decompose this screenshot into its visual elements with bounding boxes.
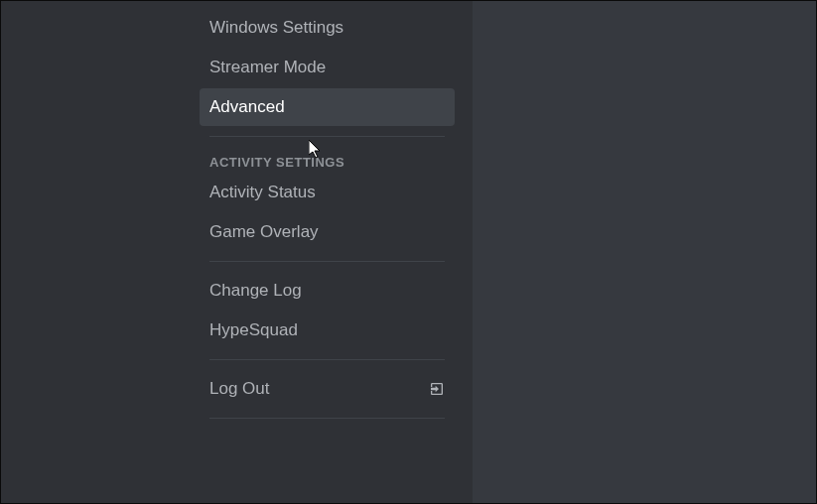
divider bbox=[209, 261, 445, 262]
menu-item-activity-status[interactable]: Activity Status bbox=[200, 174, 455, 211]
settings-sidebar: Windows Settings Streamer Mode Advanced … bbox=[1, 1, 473, 503]
menu-item-label: Streamer Mode bbox=[209, 57, 326, 78]
menu-item-label: Advanced bbox=[209, 96, 285, 118]
menu-item-label: Game Overlay bbox=[209, 221, 319, 243]
menu-item-windows-settings[interactable]: Windows Settings bbox=[200, 9, 455, 47]
menu-item-game-overlay[interactable]: Game Overlay bbox=[200, 213, 455, 251]
menu-item-label: Activity Status bbox=[209, 182, 316, 203]
menu-item-change-log[interactable]: Change Log bbox=[200, 272, 455, 310]
divider bbox=[209, 359, 445, 360]
menu-item-label: Log Out bbox=[209, 378, 270, 400]
logout-icon bbox=[429, 381, 445, 397]
section-header-activity: ACTIVITY SETTINGS bbox=[200, 147, 455, 174]
menu-item-hypesquad[interactable]: HypeSquad bbox=[200, 312, 455, 349]
menu-item-log-out[interactable]: Log Out bbox=[200, 370, 455, 408]
menu-item-advanced[interactable]: Advanced bbox=[200, 88, 455, 126]
menu-item-streamer-mode[interactable]: Streamer Mode bbox=[200, 49, 455, 86]
menu-item-label: Windows Settings bbox=[209, 17, 343, 39]
menu-item-label: HypeSquad bbox=[209, 319, 298, 341]
divider bbox=[209, 418, 445, 419]
menu-item-label: Change Log bbox=[209, 280, 302, 302]
divider bbox=[209, 136, 445, 137]
content-area bbox=[473, 1, 816, 503]
